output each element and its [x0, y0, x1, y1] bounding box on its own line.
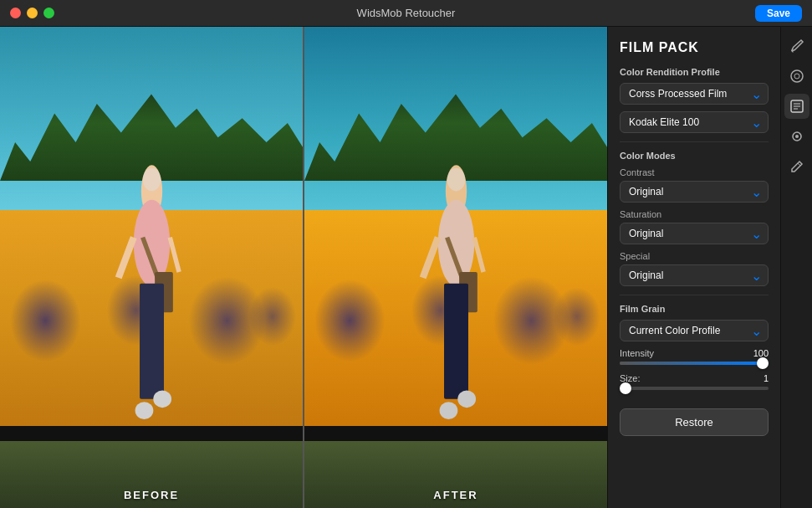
contrast-label: Contrast	[620, 167, 769, 177]
svg-line-5	[118, 238, 133, 278]
special-select[interactable]: Original Warm Cool Vintage	[620, 264, 769, 286]
before-panel: BEFORE	[0, 27, 303, 508]
svg-point-18	[439, 403, 457, 420]
grain-profile-select[interactable]: Current Color Profile None Fine Medium H…	[620, 320, 769, 341]
svg-point-21	[794, 74, 799, 79]
person-svg	[76, 157, 227, 445]
svg-point-9	[153, 391, 171, 408]
film-grain-label: Film Grain	[620, 304, 769, 314]
special-select-wrapper: Original Warm Cool Vintage ⌄	[620, 264, 769, 286]
size-label: Size:	[620, 373, 640, 383]
right-panel: FILM PACK Color Rendition Profile Corss …	[607, 27, 812, 508]
pencil-tool-button[interactable]	[784, 154, 809, 179]
grain-profile-select-wrapper: Current Color Profile None Fine Medium H…	[620, 320, 769, 341]
panel-content: FILM PACK Color Rendition Profile Corss …	[608, 27, 780, 508]
film-type-select[interactable]: Kodak Elite 100 Kodak Gold 200 Fuji Velv…	[620, 111, 769, 133]
edit-tool-button[interactable]	[784, 94, 809, 119]
intensity-thumb[interactable]	[757, 357, 769, 369]
save-button[interactable]: Save	[755, 5, 802, 22]
divider-1	[620, 141, 769, 142]
intensity-track[interactable]	[620, 362, 769, 365]
svg-rect-7	[140, 284, 164, 399]
saturation-label: Saturation	[620, 209, 769, 219]
side-toolbar	[780, 27, 812, 508]
color-modes-label: Color Modes	[620, 151, 769, 161]
svg-point-11	[447, 168, 465, 192]
after-person-svg	[380, 157, 532, 445]
titlebar: WidsMob Retoucher Save	[0, 0, 812, 27]
circle-tool-button[interactable]	[784, 64, 809, 89]
svg-point-8	[135, 403, 153, 420]
size-track[interactable]	[620, 387, 769, 390]
after-label: AFTER	[433, 489, 477, 501]
intensity-value: 100	[748, 348, 769, 358]
layers-tool-button[interactable]	[784, 124, 809, 149]
after-panel: AFTER	[303, 27, 607, 508]
app-title: WidsMob Retoucher	[357, 7, 456, 19]
svg-rect-17	[444, 284, 468, 399]
brush-tool-button[interactable]	[784, 33, 809, 59]
contrast-select[interactable]: Original Low Medium High	[620, 181, 769, 203]
maximize-button[interactable]	[43, 8, 54, 18]
special-label: Special	[620, 251, 769, 261]
svg-line-15	[422, 238, 437, 278]
close-button[interactable]	[10, 8, 21, 18]
size-value: 1	[748, 373, 769, 383]
restore-button[interactable]: Restore	[620, 408, 769, 436]
svg-point-19	[457, 391, 476, 408]
main-layout: BEFORE	[0, 27, 812, 508]
photo-area: BEFORE	[0, 27, 607, 508]
color-profile-select[interactable]: Corss Processed Film Standard Vivid Matt…	[620, 83, 769, 105]
intensity-label: Intensity	[620, 348, 654, 358]
photos-container: BEFORE	[0, 27, 607, 508]
profile-select-wrapper: Corss Processed Film Standard Vivid Matt…	[620, 83, 769, 105]
color-rendition-label: Color Rendition Profile	[620, 67, 769, 77]
svg-point-20	[791, 70, 803, 82]
divider-2	[620, 295, 769, 295]
before-photo-canvas	[0, 27, 303, 508]
window-controls	[10, 8, 54, 18]
svg-line-6	[170, 238, 179, 272]
intensity-row: Intensity 100	[620, 348, 769, 358]
intensity-fill	[620, 362, 769, 365]
svg-line-16	[474, 238, 483, 272]
saturation-select[interactable]: Original Low Medium High	[620, 223, 769, 244]
minimize-button[interactable]	[27, 8, 38, 18]
panel-title: FILM PACK	[620, 40, 769, 55]
size-thumb[interactable]	[620, 382, 631, 394]
svg-point-1	[142, 168, 161, 192]
svg-point-24	[795, 135, 799, 138]
size-row: Size: 1	[620, 373, 769, 383]
saturation-select-wrapper: Original Low Medium High ⌄	[620, 223, 769, 244]
film-select-wrapper: Kodak Elite 100 Kodak Gold 200 Fuji Velv…	[620, 111, 769, 133]
after-photo-canvas	[304, 27, 607, 508]
before-label: BEFORE	[124, 489, 179, 501]
contrast-select-wrapper: Original Low Medium High ⌄	[620, 181, 769, 203]
